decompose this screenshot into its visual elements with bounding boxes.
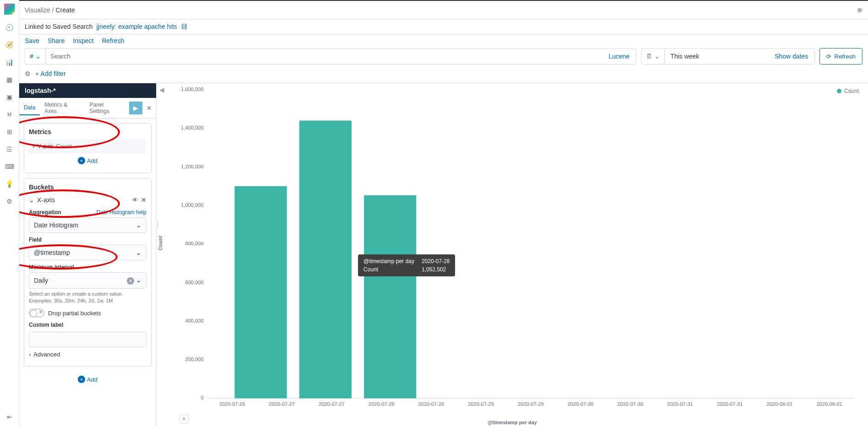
query-language-toggle[interactable]: Lucene	[602, 53, 636, 60]
config-tabs: Data Metrics & Axes Panel Settings ▶ ✕	[19, 98, 156, 119]
query-box: # ⌄ Lucene	[25, 48, 636, 65]
devtools-icon[interactable]: ⌨	[5, 162, 14, 171]
refresh-button[interactable]: ⟳ Refresh	[819, 48, 863, 65]
buckets-title: Buckets	[29, 183, 146, 191]
date-value[interactable]: This week	[665, 53, 768, 60]
chevron-down-icon: ⌄	[136, 249, 141, 256]
svg-text:1,400,000: 1,400,000	[181, 125, 203, 130]
filter-options-icon[interactable]: ⚙	[25, 70, 31, 77]
svg-text:200,000: 200,000	[185, 356, 203, 362]
chevron-right-icon: ›	[29, 351, 31, 358]
svg-text:2020-07-28: 2020-07-28	[369, 401, 395, 407]
search-input[interactable]	[46, 49, 602, 64]
svg-text:400,000: 400,000	[185, 318, 203, 324]
infra-icon[interactable]: ☰	[5, 145, 14, 154]
svg-text:0: 0	[201, 395, 203, 400]
svg-text:1,200,000: 1,200,000	[181, 164, 203, 169]
panel-body: Metrics › Y-axis Count + Add Buckets	[19, 119, 156, 426]
interval-label: Minimum interval	[29, 264, 146, 270]
toggle-visibility-icon[interactable]: 👁	[132, 196, 138, 204]
add-filter-button[interactable]: + Add filter	[35, 70, 66, 77]
aggregation-select[interactable]: Date Histogram ⌄	[29, 217, 146, 233]
svg-text:1,000,000: 1,000,000	[181, 202, 203, 208]
drop-partial-row: Drop partial buckets	[29, 309, 146, 317]
y-axis-label: Count	[157, 236, 163, 250]
visualize-icon[interactable]: 📊	[5, 58, 14, 67]
svg-rect-25	[364, 195, 416, 399]
chart-canvas[interactable]: 0200,000400,000600,000800,0001,000,0001,…	[175, 87, 859, 417]
bucket-xaxis-row[interactable]: ⌄ X-axis 👁 ✕	[29, 194, 146, 205]
interval-select[interactable]: Daily ✕⌄	[29, 272, 146, 289]
collapse-nav-icon[interactable]: ⇤	[5, 412, 14, 421]
chevron-down-icon: ⌄	[136, 276, 141, 284]
apply-button[interactable]: ▶	[129, 102, 143, 114]
header-help-icon[interactable]: ⊕	[857, 6, 863, 14]
plus-icon: +	[78, 157, 85, 164]
resize-handle-icon[interactable]: ⋮	[155, 221, 160, 228]
tab-data[interactable]: Data	[19, 101, 40, 115]
date-picker[interactable]: 🗓 ⌄ This week Show dates	[641, 48, 815, 65]
metrics-add-button[interactable]: + Add	[29, 153, 146, 168]
calendar-icon[interactable]: 🗓 ⌄	[641, 49, 665, 64]
management-icon[interactable]: ⚙	[5, 197, 14, 206]
share-button[interactable]: Share	[48, 37, 65, 44]
query-filter-toggle[interactable]: # ⌄	[25, 49, 46, 64]
svg-text:2020-07-29: 2020-07-29	[518, 401, 544, 407]
unlink-icon[interactable]: ⛓	[181, 23, 187, 30]
kibana-logo-icon[interactable]	[4, 4, 15, 15]
remove-bucket-icon[interactable]: ✕	[141, 196, 146, 204]
clear-icon[interactable]: ✕	[127, 277, 134, 285]
svg-text:800,000: 800,000	[185, 241, 203, 246]
custom-label-label: Custom label	[29, 322, 146, 328]
interval-hint: Select an option or create a custom valu…	[29, 291, 146, 305]
search-row: # ⌄ Lucene 🗓 ⌄ This week Show dates ⟳ Re…	[25, 48, 863, 65]
svg-text:2020-08-01: 2020-08-01	[766, 401, 792, 407]
chart-tooltip: @timestamp per day 2020-07-28 Count 1,05…	[358, 254, 455, 276]
svg-rect-23	[234, 186, 287, 399]
canvas-icon[interactable]: ▣	[5, 92, 14, 102]
filter-row: ⚙ + Add filter	[25, 68, 863, 77]
svg-text:2020-07-31: 2020-07-31	[667, 401, 693, 407]
discover-icon[interactable]: 🧭	[5, 40, 14, 49]
lightbulb-icon[interactable]: 💡	[5, 179, 14, 189]
advanced-toggle[interactable]: › Advanced	[29, 347, 146, 361]
svg-text:1,600,000: 1,600,000	[181, 87, 203, 92]
inspect-button[interactable]: Inspect	[73, 37, 93, 44]
field-select[interactable]: @timestamp ⌄	[29, 245, 146, 260]
chevron-down-icon: ⌄	[35, 53, 41, 60]
save-button[interactable]: Save	[25, 37, 39, 44]
left-nav-rail: 🕘 🧭 📊 ▦ ▣ M ⊞ ☰ ⌨ 💡 ⚙ ⇤	[0, 0, 19, 426]
tab-metrics-axes[interactable]: Metrics & Axes	[40, 98, 85, 118]
tab-panel-settings[interactable]: Panel Settings	[85, 98, 129, 118]
refresh-link[interactable]: Refresh	[102, 37, 124, 44]
linked-search-link[interactable]: jjneely: example apache hits	[97, 23, 177, 30]
linked-search-bar: Linked to Saved Search jjneely: example …	[19, 19, 868, 34]
svg-text:2020-07-31: 2020-07-31	[717, 401, 743, 407]
chevron-right-icon: ›	[33, 143, 34, 150]
work-area: logstash-* Data Metrics & Axes Panel Set…	[19, 83, 868, 426]
maps-icon[interactable]: M	[5, 110, 14, 119]
drop-partial-switch[interactable]	[29, 309, 44, 317]
buckets-add-button[interactable]: + Add	[22, 372, 153, 387]
metric-yaxis-row[interactable]: › Y-axis Count	[29, 139, 146, 153]
main-area: Visualize / Create ⊕ Linked to Saved Sea…	[19, 0, 868, 426]
show-dates-button[interactable]: Show dates	[768, 53, 814, 60]
aggregation-help-link[interactable]: Date Histogram help	[97, 209, 146, 216]
index-pattern-bar[interactable]: logstash-*	[19, 83, 156, 98]
aggregation-label: Aggregation Date Histogram help	[29, 209, 146, 216]
ml-icon[interactable]: ⊞	[5, 127, 14, 136]
collapse-panel-icon[interactable]: ◀	[159, 86, 164, 93]
svg-text:2020-07-29: 2020-07-29	[468, 401, 494, 407]
svg-text:2020-08-01: 2020-08-01	[816, 401, 842, 407]
breadcrumb-current: Create	[55, 6, 75, 14]
breadcrumb-section[interactable]: Visualize	[25, 6, 50, 14]
svg-text:2020-07-28: 2020-07-28	[418, 401, 444, 407]
recent-icon[interactable]: 🕘	[5, 23, 14, 32]
svg-text:600,000: 600,000	[185, 280, 203, 285]
custom-label-input[interactable]	[29, 332, 146, 347]
svg-text:2020-07-27: 2020-07-27	[269, 401, 295, 407]
linked-search-prefix: Linked to Saved Search	[25, 23, 93, 30]
dashboard-icon[interactable]: ▦	[5, 75, 14, 84]
x-axis-label: @timestamp per day	[488, 420, 537, 425]
discard-button[interactable]: ✕	[142, 104, 156, 112]
